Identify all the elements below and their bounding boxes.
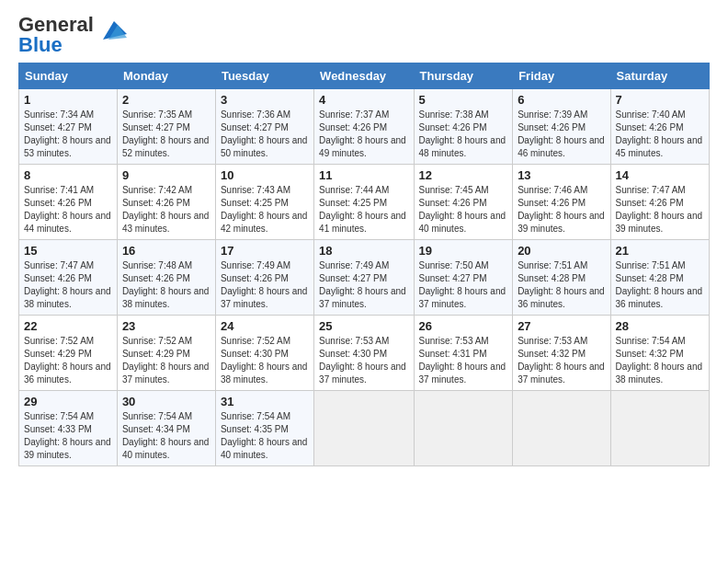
sunset-label: Sunset: 4:26 PM <box>419 122 487 132</box>
sunset-label: Sunset: 4:31 PM <box>419 349 487 359</box>
sunset-label: Sunset: 4:34 PM <box>122 424 190 434</box>
weekday-header-monday: Monday <box>117 63 215 89</box>
daylight-label: Daylight: 8 hours and 37 minutes. <box>419 362 506 385</box>
day-number: 31 <box>221 395 309 408</box>
day-number: 3 <box>221 93 309 107</box>
sunrise-label: Sunrise: 7:51 AM <box>616 260 686 270</box>
day-number: 1 <box>24 93 112 107</box>
day-number: 10 <box>221 168 309 182</box>
calendar-cell: 22 Sunrise: 7:52 AM Sunset: 4:29 PM Dayl… <box>19 316 118 391</box>
day-info: Sunrise: 7:51 AM Sunset: 4:28 PM Dayligh… <box>518 259 605 311</box>
day-info: Sunrise: 7:40 AM Sunset: 4:26 PM Dayligh… <box>616 109 704 160</box>
daylight-label: Daylight: 8 hours and 37 minutes. <box>319 286 406 309</box>
sunrise-label: Sunrise: 7:47 AM <box>616 185 686 195</box>
sunrise-label: Sunrise: 7:53 AM <box>419 336 489 346</box>
sunset-label: Sunset: 4:28 PM <box>518 273 586 283</box>
day-info: Sunrise: 7:39 AM Sunset: 4:26 PM Dayligh… <box>518 109 605 160</box>
daylight-label: Daylight: 8 hours and 40 minutes. <box>221 437 308 460</box>
daylight-label: Daylight: 8 hours and 37 minutes. <box>518 362 605 385</box>
calendar-cell: 17 Sunrise: 7:49 AM Sunset: 4:26 PM Dayl… <box>215 240 313 316</box>
sunset-label: Sunset: 4:26 PM <box>419 198 487 208</box>
day-info: Sunrise: 7:52 AM Sunset: 4:29 PM Dayligh… <box>24 335 112 386</box>
calendar-cell: 26 Sunrise: 7:53 AM Sunset: 4:31 PM Dayl… <box>414 316 513 391</box>
sunset-label: Sunset: 4:26 PM <box>518 122 586 132</box>
sunrise-label: Sunrise: 7:48 AM <box>122 260 192 270</box>
day-number: 23 <box>122 319 210 333</box>
calendar-cell: 7 Sunrise: 7:40 AM Sunset: 4:26 PM Dayli… <box>610 89 709 165</box>
daylight-label: Daylight: 8 hours and 38 minutes. <box>122 286 210 309</box>
calendar-cell: 5 Sunrise: 7:38 AM Sunset: 4:26 PM Dayli… <box>414 89 513 165</box>
calendar-cell: 31 Sunrise: 7:54 AM Sunset: 4:35 PM Dayl… <box>215 391 313 466</box>
day-number: 8 <box>24 168 112 182</box>
daylight-label: Daylight: 8 hours and 50 minutes. <box>221 135 308 158</box>
daylight-label: Daylight: 8 hours and 42 minutes. <box>221 211 308 234</box>
calendar-cell: 10 Sunrise: 7:43 AM Sunset: 4:25 PM Dayl… <box>215 165 313 240</box>
calendar-cell: 6 Sunrise: 7:39 AM Sunset: 4:26 PM Dayli… <box>513 89 610 165</box>
daylight-label: Daylight: 8 hours and 44 minutes. <box>24 211 111 234</box>
day-number: 12 <box>419 168 508 182</box>
day-number: 11 <box>319 168 408 182</box>
sunset-label: Sunset: 4:27 PM <box>24 122 92 132</box>
sunrise-label: Sunrise: 7:54 AM <box>24 411 94 421</box>
day-info: Sunrise: 7:51 AM Sunset: 4:28 PM Dayligh… <box>616 259 704 311</box>
day-info: Sunrise: 7:50 AM Sunset: 4:27 PM Dayligh… <box>419 259 508 311</box>
sunset-label: Sunset: 4:28 PM <box>616 273 684 283</box>
weekday-header-sunday: Sunday <box>19 63 118 89</box>
calendar-cell: 30 Sunrise: 7:54 AM Sunset: 4:34 PM Dayl… <box>117 391 215 466</box>
day-info: Sunrise: 7:36 AM Sunset: 4:27 PM Dayligh… <box>221 109 309 160</box>
day-number: 5 <box>419 93 508 107</box>
sunrise-label: Sunrise: 7:46 AM <box>518 185 587 195</box>
day-number: 27 <box>518 319 605 333</box>
day-info: Sunrise: 7:52 AM Sunset: 4:29 PM Dayligh… <box>122 335 210 386</box>
day-info: Sunrise: 7:47 AM Sunset: 4:26 PM Dayligh… <box>24 259 112 311</box>
sunrise-label: Sunrise: 7:53 AM <box>518 336 587 346</box>
sunset-label: Sunset: 4:27 PM <box>419 273 487 283</box>
day-info: Sunrise: 7:37 AM Sunset: 4:26 PM Dayligh… <box>319 109 408 160</box>
logo-text: GeneralBlue <box>18 15 94 55</box>
sunset-label: Sunset: 4:26 PM <box>122 273 190 283</box>
day-info: Sunrise: 7:49 AM Sunset: 4:26 PM Dayligh… <box>221 259 309 311</box>
day-info: Sunrise: 7:53 AM Sunset: 4:32 PM Dayligh… <box>518 335 605 386</box>
sunrise-label: Sunrise: 7:49 AM <box>221 260 290 270</box>
calendar-week-1: 1 Sunrise: 7:34 AM Sunset: 4:27 PM Dayli… <box>19 89 710 165</box>
day-info: Sunrise: 7:52 AM Sunset: 4:30 PM Dayligh… <box>221 335 309 386</box>
calendar-cell: 18 Sunrise: 7:49 AM Sunset: 4:27 PM Dayl… <box>314 240 414 316</box>
sunset-label: Sunset: 4:27 PM <box>221 122 289 132</box>
sunset-label: Sunset: 4:26 PM <box>319 122 387 132</box>
day-info: Sunrise: 7:49 AM Sunset: 4:27 PM Dayligh… <box>319 259 408 311</box>
calendar-cell: 13 Sunrise: 7:46 AM Sunset: 4:26 PM Dayl… <box>513 165 610 240</box>
calendar-cell: 11 Sunrise: 7:44 AM Sunset: 4:25 PM Dayl… <box>314 165 414 240</box>
calendar-cell: 15 Sunrise: 7:47 AM Sunset: 4:26 PM Dayl… <box>19 240 118 316</box>
calendar-week-4: 22 Sunrise: 7:52 AM Sunset: 4:29 PM Dayl… <box>19 316 710 391</box>
sunset-label: Sunset: 4:27 PM <box>122 122 190 132</box>
day-info: Sunrise: 7:44 AM Sunset: 4:25 PM Dayligh… <box>319 184 408 236</box>
daylight-label: Daylight: 8 hours and 38 minutes. <box>221 362 308 385</box>
day-number: 2 <box>122 93 210 107</box>
day-info: Sunrise: 7:35 AM Sunset: 4:27 PM Dayligh… <box>122 109 210 160</box>
day-info: Sunrise: 7:42 AM Sunset: 4:26 PM Dayligh… <box>122 184 210 236</box>
sunrise-label: Sunrise: 7:54 AM <box>122 411 192 421</box>
sunset-label: Sunset: 4:33 PM <box>24 424 92 434</box>
sunrise-label: Sunrise: 7:50 AM <box>419 260 489 270</box>
day-info: Sunrise: 7:54 AM Sunset: 4:32 PM Dayligh… <box>616 335 704 386</box>
sunrise-label: Sunrise: 7:52 AM <box>122 336 192 346</box>
day-number: 17 <box>221 244 309 258</box>
sunset-label: Sunset: 4:35 PM <box>221 424 289 434</box>
sunset-label: Sunset: 4:26 PM <box>616 198 684 208</box>
daylight-label: Daylight: 8 hours and 49 minutes. <box>319 135 406 158</box>
sunset-label: Sunset: 4:26 PM <box>122 198 190 208</box>
logo-blue: Blue <box>18 33 63 56</box>
day-number: 24 <box>221 319 309 333</box>
calendar-cell: 3 Sunrise: 7:36 AM Sunset: 4:27 PM Dayli… <box>215 89 313 165</box>
day-number: 25 <box>319 319 408 333</box>
daylight-label: Daylight: 8 hours and 40 minutes. <box>122 437 210 460</box>
calendar-cell <box>314 391 414 466</box>
daylight-label: Daylight: 8 hours and 39 minutes. <box>616 211 703 234</box>
calendar-cell <box>414 391 513 466</box>
sunrise-label: Sunrise: 7:49 AM <box>319 260 389 270</box>
daylight-label: Daylight: 8 hours and 37 minutes. <box>122 362 210 385</box>
calendar-cell: 25 Sunrise: 7:53 AM Sunset: 4:30 PM Dayl… <box>314 316 414 391</box>
daylight-label: Daylight: 8 hours and 36 minutes. <box>518 286 605 309</box>
day-number: 19 <box>419 244 508 258</box>
day-number: 16 <box>122 244 210 258</box>
